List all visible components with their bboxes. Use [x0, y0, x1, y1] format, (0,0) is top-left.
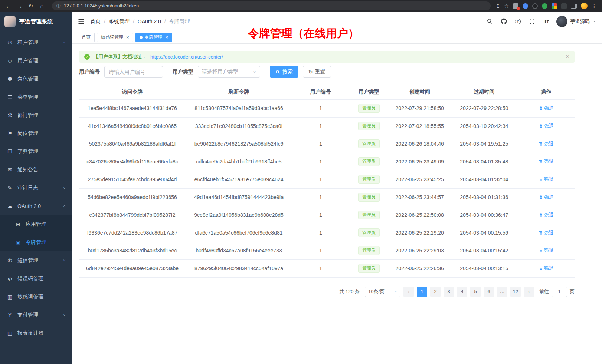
- goto-page-input[interactable]: [552, 287, 567, 297]
- sidebar-item-oauth2[interactable]: ☁OAuth 2.0∧: [0, 197, 72, 215]
- extension-blue-icon[interactable]: [523, 3, 528, 9]
- topbar: 首页/系统管理/OAuth 2.0/令牌管理 ? TT: [72, 12, 602, 31]
- page-button-2[interactable]: 2: [430, 287, 441, 297]
- force-logout-button[interactable]: 强退: [539, 123, 554, 129]
- user-type-cell: 管理员: [349, 259, 389, 277]
- column-header: 过期时间: [451, 85, 517, 99]
- page-button-5[interactable]: 5: [470, 287, 481, 297]
- user-id-input[interactable]: [104, 66, 163, 78]
- sidebar-item-label: 错误码管理: [17, 275, 66, 282]
- fullscreen-icon[interactable]: [528, 18, 536, 25]
- sidebar-item-user[interactable]: ☺用户管理: [0, 52, 72, 70]
- extension-grid-icon[interactable]: [513, 3, 518, 9]
- force-logout-button[interactable]: 强退: [539, 265, 554, 272]
- tab-close-icon[interactable]: ×: [126, 35, 129, 40]
- extension-green-icon[interactable]: [542, 3, 547, 9]
- tab-label: 首页: [82, 34, 91, 40]
- refresh-token-cell: 8796295f04064c2983414cc54af1097a: [186, 259, 292, 277]
- create-time-cell: 2022-06-25 23:44:57: [389, 188, 451, 206]
- user-id-cell: 1: [292, 153, 349, 171]
- page-button-1[interactable]: 1: [417, 287, 427, 297]
- browser-back-button[interactable]: ←: [4, 1, 13, 11]
- user-id-cell: 1: [292, 242, 349, 259]
- sidebar-item-audit-log[interactable]: ✎审计日志∨: [0, 179, 72, 197]
- help-icon[interactable]: ?: [514, 18, 521, 25]
- page-button-6[interactable]: 6: [484, 287, 494, 297]
- extensions-puzzle-icon[interactable]: [552, 3, 557, 9]
- font-size-icon[interactable]: TT: [542, 18, 550, 25]
- breadcrumb-item[interactable]: 系统管理: [109, 18, 130, 25]
- doc-link[interactable]: https://doc.iocoder.cn/user-center/: [150, 54, 223, 60]
- site-info-icon[interactable]: ⓘ: [56, 3, 61, 9]
- user-menu[interactable]: 芋道源码 ▼: [556, 16, 596, 27]
- sms-icon: ✆: [7, 258, 13, 264]
- sidebar-menu: ⚇租户管理∨☺用户管理⚉角色管理☰菜单管理⚒部门管理⚑岗位管理❐字典管理✉通知公…: [0, 31, 72, 364]
- bookmark-star-icon[interactable]: ☆: [504, 3, 509, 9]
- page-button-3[interactable]: 3: [444, 287, 454, 297]
- force-logout-button[interactable]: 强退: [539, 105, 554, 112]
- browser-forward-button[interactable]: →: [15, 1, 24, 11]
- browser-toolbar: ← → ↻ ⌂ ⓘ 127.0.0.1:1024/system/oauth2/t…: [0, 0, 602, 12]
- extension-dark-icon[interactable]: [532, 3, 538, 9]
- breadcrumb-item[interactable]: OAuth 2.0: [138, 19, 161, 24]
- github-icon[interactable]: [500, 18, 507, 25]
- sidebar-toggle-icon[interactable]: [78, 18, 85, 25]
- breadcrumb-item[interactable]: 首页: [90, 18, 101, 25]
- token-table: 访问令牌刷新令牌用户编号用户类型创建时间过期时间操作 1ea5e44f8bc14…: [79, 85, 575, 278]
- browser-home-button[interactable]: ⌂: [37, 1, 47, 11]
- force-logout-button[interactable]: 强退: [539, 140, 554, 147]
- browser-reload-button[interactable]: ↻: [26, 1, 36, 11]
- sidebar-item-report-designer[interactable]: ◫报表设计器: [0, 324, 72, 342]
- force-logout-button[interactable]: 强退: [539, 176, 554, 183]
- sidebar-item-dict[interactable]: ❐字典管理: [0, 142, 72, 161]
- sidebar-item-pay[interactable]: ¥支付管理∨: [0, 306, 72, 324]
- sidebar-item-menu[interactable]: ☰菜单管理: [0, 88, 72, 106]
- sidebar-item-oauth2-token[interactable]: ◉令牌管理: [0, 233, 72, 251]
- browser-menu-icon[interactable]: ⋮: [592, 3, 597, 9]
- search-button[interactable]: 搜索: [270, 66, 298, 78]
- browser-profile-avatar[interactable]: [581, 3, 588, 9]
- reset-button[interactable]: ↻ 重置: [303, 66, 331, 78]
- force-logout-button[interactable]: 强退: [539, 229, 554, 236]
- extension-dark2-icon[interactable]: [561, 3, 567, 9]
- prev-page-button[interactable]: ‹: [403, 287, 414, 297]
- user-type-badge: 管理员: [358, 246, 380, 255]
- force-logout-button[interactable]: 强退: [539, 194, 554, 201]
- side-panel-icon[interactable]: [571, 4, 577, 9]
- sidebar-item-post[interactable]: ⚑岗位管理: [0, 124, 72, 142]
- tab-token[interactable]: 令牌管理×: [135, 33, 173, 42]
- alert-close-icon[interactable]: ×: [566, 54, 569, 60]
- goto-label: 前往: [539, 288, 549, 295]
- force-logout-button[interactable]: 强退: [539, 212, 554, 218]
- user-type-select[interactable]: 请选择用户类型 ∨: [198, 66, 260, 78]
- column-header: 用户编号: [292, 85, 349, 99]
- sidebar-item-sms[interactable]: ✆短信管理∨: [0, 251, 72, 269]
- tab-home[interactable]: 首页: [78, 33, 95, 42]
- sidebar-item-tenant[interactable]: ⚇租户管理∨: [0, 33, 72, 52]
- pagination-ellipsis[interactable]: …: [497, 287, 507, 297]
- sidebar-item-dept[interactable]: ⚒部门管理: [0, 106, 72, 124]
- search-icon[interactable]: [486, 18, 493, 25]
- create-time-cell: 2022-06-25 23:45:25: [389, 171, 451, 188]
- filter-bar: 用户编号 用户类型 请选择用户类型 ∨ 搜索 ↻ 重置: [79, 66, 575, 78]
- user-id-cell: 1: [292, 135, 349, 153]
- sidebar-item-error-code[interactable]: ‹/›错误码管理: [0, 269, 72, 288]
- user-icon: ☺: [7, 58, 13, 64]
- sidebar-item-sensitive-word[interactable]: ▥敏感词管理: [0, 288, 72, 306]
- force-logout-button[interactable]: 强退: [539, 247, 554, 254]
- page-button-4[interactable]: 4: [457, 287, 467, 297]
- next-page-button[interactable]: ›: [524, 287, 534, 297]
- page-button-12[interactable]: 12: [510, 287, 521, 297]
- sidebar-item-oauth2-app[interactable]: ⊞应用管理: [0, 215, 72, 233]
- page-size-select[interactable]: 10条/页 ∨: [365, 287, 400, 297]
- address-bar[interactable]: ⓘ 127.0.0.1:1024/system/oauth2/token: [52, 1, 491, 10]
- tab-close-icon[interactable]: ×: [166, 35, 169, 40]
- share-icon[interactable]: ↥: [496, 3, 500, 9]
- force-logout-button[interactable]: 强退: [539, 158, 554, 165]
- tab-sensitive-word[interactable]: 敏感词管理×: [97, 33, 133, 42]
- force-logout-label: 强退: [544, 212, 554, 218]
- expire-time-cell: 2054-03-04 00:13:15: [451, 259, 517, 277]
- search-button-icon: [275, 70, 280, 75]
- sidebar-item-notice[interactable]: ✉通知公告: [0, 161, 72, 179]
- sidebar-item-role[interactable]: ⚉角色管理: [0, 70, 72, 88]
